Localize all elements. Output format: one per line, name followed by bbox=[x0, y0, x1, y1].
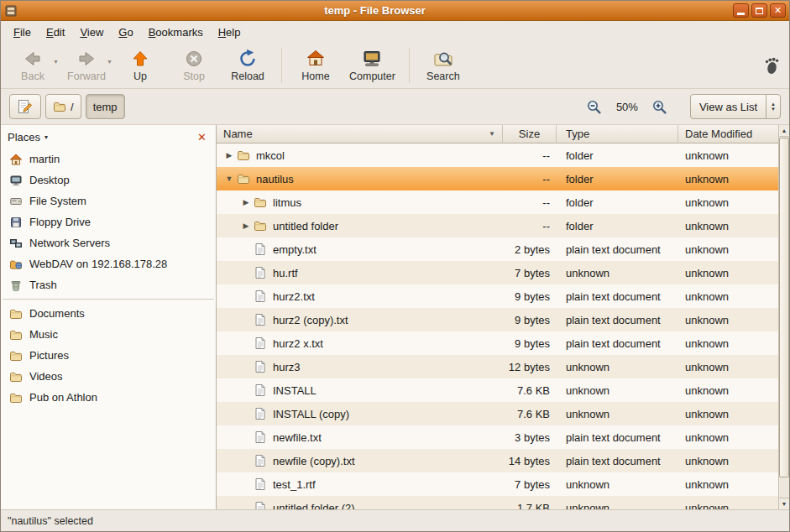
toolbar-separator bbox=[409, 48, 410, 83]
scroll-down-button[interactable]: ▼ bbox=[779, 498, 789, 509]
file-row[interactable]: ▶ mkcol -- folder unknown bbox=[217, 143, 778, 167]
sidebar-item-desktop[interactable]: Desktop bbox=[1, 170, 216, 190]
sidebar-item-webdav-on-192-168-178-28[interactable]: WebDAV on 192.168.178.28 bbox=[1, 253, 216, 274]
up-button[interactable]: Up bbox=[113, 45, 167, 86]
minimize-button[interactable] bbox=[733, 3, 749, 18]
menu-bookmarks[interactable]: Bookmarks bbox=[141, 23, 211, 42]
sidebar-item-file-system[interactable]: File System bbox=[1, 190, 216, 211]
home-button[interactable]: Home bbox=[289, 45, 343, 86]
menu-help[interactable]: Help bbox=[211, 23, 249, 42]
file-type: unknown bbox=[557, 267, 678, 279]
file-row[interactable]: ▶ untitled folder -- folder unknown bbox=[217, 214, 778, 237]
forward-button[interactable]: Forward ▼ bbox=[60, 45, 113, 86]
search-button[interactable]: Search bbox=[416, 45, 470, 86]
minimize-icon bbox=[737, 13, 745, 15]
file-row[interactable]: hurz2 x.txt 9 bytes plain text document … bbox=[217, 331, 778, 355]
text-file-icon bbox=[254, 477, 267, 491]
toolbar: Back ▼ Forward ▼ Up Stop Reload Home bbox=[1, 43, 789, 89]
reload-button[interactable]: Reload bbox=[221, 45, 275, 86]
window-title: temp - File Browser bbox=[19, 4, 730, 17]
sidebar-item-floppy-drive[interactable]: Floppy Drive bbox=[1, 211, 216, 232]
view-mode-select[interactable]: View as List ▲▼ bbox=[690, 94, 781, 119]
menu-file[interactable]: File bbox=[6, 23, 39, 42]
toggle-location-entry-button[interactable] bbox=[9, 94, 41, 119]
file-row[interactable]: hu.rtf 7 bytes unknown unknown bbox=[217, 261, 778, 284]
menu-view[interactable]: View bbox=[72, 23, 111, 42]
text-file-icon bbox=[254, 289, 267, 303]
toolbar-items: Back ▼ Forward ▼ Up Stop Reload Home bbox=[6, 45, 762, 86]
sidebar-item-documents[interactable]: Documents bbox=[1, 303, 216, 324]
file-row[interactable]: untitled folder (2) 1.7 KB unknown unkno… bbox=[217, 496, 778, 509]
chevron-down-icon[interactable]: ▼ bbox=[53, 59, 59, 65]
column-header-type[interactable]: Type bbox=[557, 125, 678, 143]
sidebar-items: martin Desktop File System Floppy Drive … bbox=[1, 149, 216, 408]
chevron-down-icon[interactable]: ▼ bbox=[107, 59, 112, 65]
menu-edit[interactable]: Edit bbox=[39, 23, 72, 42]
expander-icon[interactable]: ▶ bbox=[222, 151, 237, 159]
file-name: nautilus bbox=[256, 173, 294, 185]
desktop-icon bbox=[9, 174, 23, 187]
home-folder-icon bbox=[9, 153, 23, 166]
sidebar-item-pictures[interactable]: Pictures bbox=[1, 345, 216, 366]
stop-button[interactable]: Stop bbox=[167, 45, 221, 86]
zoom-in-button[interactable] bbox=[649, 96, 671, 117]
file-row[interactable]: empty.txt 2 bytes plain text document un… bbox=[217, 237, 778, 261]
file-row[interactable]: test_1.rtf 7 bytes unknown unknown bbox=[217, 472, 778, 496]
menu-go[interactable]: Go bbox=[111, 23, 140, 42]
sidebar-item-network-servers[interactable]: Network Servers bbox=[1, 232, 216, 253]
sidebar-item-pub-on-athlon[interactable]: Pub on Athlon bbox=[1, 387, 216, 408]
filesystem-icon bbox=[9, 195, 23, 208]
file-date-modified: unknown bbox=[678, 408, 778, 420]
zoom-controls: 50% View as List ▲▼ bbox=[583, 94, 781, 119]
file-size: 12 bytes bbox=[503, 361, 557, 373]
file-row[interactable]: hurz2.txt 9 bytes plain text document un… bbox=[217, 284, 778, 308]
path-root-button[interactable]: / bbox=[45, 94, 81, 119]
file-row[interactable]: ▶ litmus -- folder unknown bbox=[217, 190, 778, 214]
file-name: untitled folder (2) bbox=[273, 502, 355, 510]
sidebar-close-button[interactable]: ✕ bbox=[195, 130, 209, 144]
column-header-date-modified[interactable]: Date Modified bbox=[678, 125, 778, 143]
file-name: hurz2.txt bbox=[273, 290, 315, 303]
folder-icon bbox=[237, 172, 250, 185]
vertical-scrollbar[interactable]: ▲ ▼ bbox=[778, 125, 789, 509]
file-name: untitled folder bbox=[273, 220, 338, 232]
titlebar[interactable]: temp - File Browser ✕ bbox=[1, 1, 789, 21]
path-current-button[interactable]: temp bbox=[86, 94, 125, 119]
file-list-area: Name▼ Size Type Date Modified ▶ mkcol --… bbox=[217, 125, 789, 509]
file-row[interactable]: hurz2 (copy).txt 9 bytes plain text docu… bbox=[217, 308, 778, 331]
column-header-name[interactable]: Name▼ bbox=[217, 125, 503, 143]
expander-icon[interactable]: ▼ bbox=[222, 175, 237, 183]
folder-icon bbox=[9, 391, 23, 404]
expander-icon[interactable]: ▶ bbox=[238, 198, 254, 206]
file-row[interactable]: newfile (copy).txt 14 bytes plain text d… bbox=[217, 449, 778, 472]
close-button[interactable]: ✕ bbox=[770, 3, 786, 18]
maximize-button[interactable] bbox=[751, 3, 767, 18]
file-name: empty.txt bbox=[273, 243, 317, 256]
file-row[interactable]: hurz3 12 bytes unknown unknown bbox=[217, 355, 778, 378]
scrollbar-track[interactable] bbox=[779, 137, 789, 498]
zoom-out-button[interactable] bbox=[583, 96, 605, 117]
file-type: plain text document bbox=[557, 455, 678, 467]
file-type: plain text document bbox=[557, 431, 678, 444]
file-size: -- bbox=[503, 173, 557, 185]
file-row[interactable]: newfile.txt 3 bytes plain text document … bbox=[217, 425, 778, 449]
places-dropdown[interactable]: Places ▾ bbox=[8, 131, 48, 143]
sidebar-item-videos[interactable]: Videos bbox=[1, 366, 216, 387]
sidebar-item-trash[interactable]: Trash bbox=[1, 274, 216, 295]
file-row[interactable]: INSTALL 7.6 KB unknown unknown bbox=[217, 378, 778, 402]
file-list: Name▼ Size Type Date Modified ▶ mkcol --… bbox=[217, 125, 778, 509]
file-row[interactable]: ▼ nautilus -- folder unknown bbox=[217, 167, 778, 190]
sidebar-item-music[interactable]: Music bbox=[1, 324, 216, 345]
scroll-up-button[interactable]: ▲ bbox=[779, 125, 789, 137]
column-header-size[interactable]: Size bbox=[503, 125, 557, 143]
reload-icon bbox=[238, 49, 258, 69]
scrollbar-thumb[interactable] bbox=[779, 138, 789, 477]
back-button[interactable]: Back ▼ bbox=[6, 45, 60, 86]
file-date-modified: unknown bbox=[678, 314, 778, 326]
file-type: unknown bbox=[557, 478, 678, 491]
file-row[interactable]: INSTALL (copy) 7.6 KB unknown unknown bbox=[217, 402, 778, 425]
sidebar-item-martin[interactable]: martin bbox=[1, 149, 216, 170]
file-name: hurz3 bbox=[273, 361, 301, 373]
computer-button[interactable]: Computer bbox=[343, 45, 402, 86]
expander-icon[interactable]: ▶ bbox=[238, 222, 254, 230]
